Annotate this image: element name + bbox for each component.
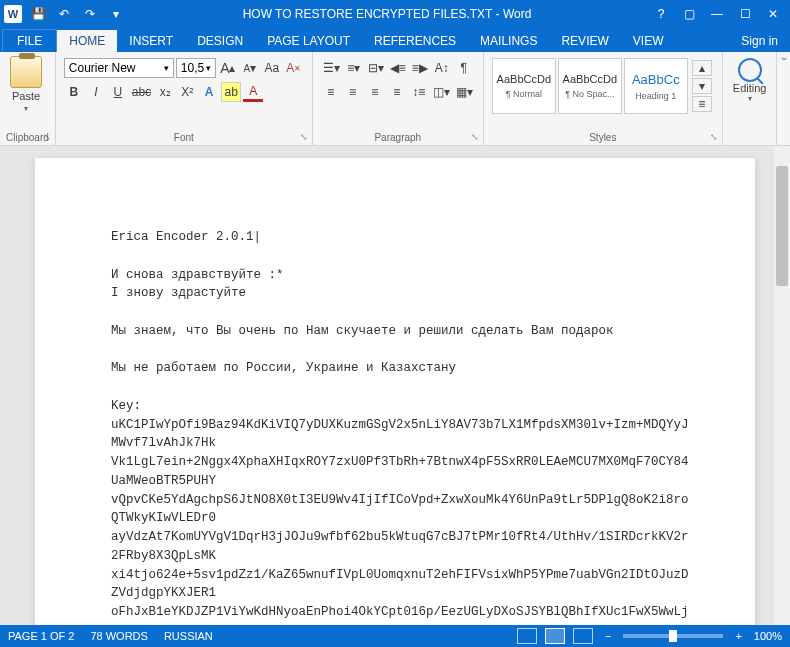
align-center-button[interactable]: ≡ xyxy=(343,82,363,102)
qat-customize-icon[interactable]: ▾ xyxy=(106,4,126,24)
word-count[interactable]: 78 WORDS xyxy=(90,630,147,642)
italic-button[interactable]: I xyxy=(86,82,106,102)
align-right-button[interactable]: ≡ xyxy=(365,82,385,102)
file-tab[interactable]: FILE xyxy=(2,29,57,52)
style-name: Heading 1 xyxy=(635,91,676,101)
tab-references[interactable]: REFERENCES xyxy=(362,30,468,52)
document-page[interactable]: Erica Encoder 2.0.1| И снова здравствуйт… xyxy=(35,158,755,625)
save-icon[interactable]: 💾 xyxy=(28,4,48,24)
styles-row-up-icon[interactable]: ▴ xyxy=(692,60,712,76)
tab-home[interactable]: HOME xyxy=(57,30,117,52)
superscript-button[interactable]: X² xyxy=(177,82,197,102)
line-spacing-button[interactable]: ↕≡ xyxy=(409,82,429,102)
text-effects-button[interactable]: A xyxy=(199,82,219,102)
font-name-select[interactable]: Courier New▾ xyxy=(64,58,174,78)
document-area[interactable]: Erica Encoder 2.0.1| И снова здравствуйт… xyxy=(0,146,790,625)
change-case-button[interactable]: Aa xyxy=(262,58,282,78)
decrease-indent-button[interactable]: ◀≡ xyxy=(388,58,408,78)
numbering-button[interactable]: ≡▾ xyxy=(344,58,364,78)
tab-mailings[interactable]: MAILINGS xyxy=(468,30,549,52)
zoom-thumb[interactable] xyxy=(669,630,677,642)
find-icon xyxy=(738,58,762,82)
read-mode-button[interactable] xyxy=(517,628,537,644)
word-app-icon: W xyxy=(4,5,22,23)
maximize-icon[interactable]: ☐ xyxy=(732,4,758,24)
vertical-scrollbar[interactable] xyxy=(774,146,790,625)
editing-button[interactable]: Editing ▾ xyxy=(729,54,771,107)
font-launcher-icon[interactable]: ⤡ xyxy=(298,131,310,143)
grow-font-button[interactable]: A▴ xyxy=(218,58,238,78)
style-name: ¶ Normal xyxy=(506,89,542,99)
style-name: ¶ No Spac... xyxy=(565,89,614,99)
styles-expand-icon[interactable]: ≡ xyxy=(692,96,712,112)
style-no-spacing[interactable]: AaBbCcDd ¶ No Spac... xyxy=(558,58,622,114)
zoom-slider[interactable] xyxy=(623,634,723,638)
tab-insert[interactable]: INSERT xyxy=(117,30,185,52)
strikethrough-button[interactable]: abc xyxy=(130,82,153,102)
clipboard-launcher-icon[interactable]: ⤡ xyxy=(41,131,53,143)
subscript-button[interactable]: x₂ xyxy=(155,82,175,102)
close-icon[interactable]: ✕ xyxy=(760,4,786,24)
paragraph-launcher-icon[interactable]: ⤡ xyxy=(469,131,481,143)
paragraph-group-label: Paragraph xyxy=(319,130,477,145)
statusbar: PAGE 1 OF 2 78 WORDS RUSSIAN − + 100% xyxy=(0,625,790,647)
paste-button[interactable]: Paste ▾ xyxy=(6,54,46,115)
align-left-button[interactable]: ≡ xyxy=(321,82,341,102)
font-color-button[interactable]: A xyxy=(243,82,263,102)
redo-icon[interactable]: ↷ xyxy=(80,4,100,24)
language-indicator[interactable]: RUSSIAN xyxy=(164,630,213,642)
tab-design[interactable]: DESIGN xyxy=(185,30,255,52)
tab-page-layout[interactable]: PAGE LAYOUT xyxy=(255,30,362,52)
tab-view[interactable]: VIEW xyxy=(621,30,676,52)
collapse-ribbon-icon[interactable]: ˇ xyxy=(777,52,790,145)
clear-formatting-button[interactable]: A✕ xyxy=(284,58,304,78)
font-group-label: Font xyxy=(62,130,306,145)
zoom-in-button[interactable]: + xyxy=(731,630,745,642)
borders-button[interactable]: ▦▾ xyxy=(454,82,475,102)
justify-button[interactable]: ≡ xyxy=(387,82,407,102)
group-paragraph: ☰▾ ≡▾ ⊟▾ ◀≡ ≡▶ A↕ ¶ ≡ ≡ ≡ ≡ ↕≡ ◫▾ ▦▾ xyxy=(313,52,484,145)
style-preview: AaBbCcDd xyxy=(497,73,551,85)
highlight-button[interactable]: ab xyxy=(221,82,241,102)
group-editing: Editing ▾ xyxy=(723,52,778,145)
undo-icon[interactable]: ↶ xyxy=(54,4,74,24)
styles-launcher-icon[interactable]: ⤡ xyxy=(708,131,720,143)
help-icon[interactable]: ? xyxy=(648,4,674,24)
zoom-level[interactable]: 100% xyxy=(754,630,782,642)
show-marks-button[interactable]: ¶ xyxy=(454,58,474,78)
titlebar: W 💾 ↶ ↷ ▾ HOW TO RESTORE ENCRYPTED FILES… xyxy=(0,0,790,28)
zoom-out-button[interactable]: − xyxy=(601,630,615,642)
document-body-text[interactable]: Erica Encoder 2.0.1| И снова здравствуйт… xyxy=(111,228,695,625)
multilevel-button[interactable]: ⊟▾ xyxy=(366,58,386,78)
style-normal[interactable]: AaBbCcDd ¶ Normal xyxy=(492,58,556,114)
sort-button[interactable]: A↕ xyxy=(432,58,452,78)
ribbon-options-icon[interactable]: ▢ xyxy=(676,4,702,24)
shrink-font-button[interactable]: A▾ xyxy=(240,58,260,78)
print-layout-button[interactable] xyxy=(545,628,565,644)
style-preview: AaBbCcDd xyxy=(563,73,617,85)
page-indicator[interactable]: PAGE 1 OF 2 xyxy=(8,630,74,642)
styles-group-label: Styles xyxy=(490,130,716,145)
minimize-icon[interactable]: — xyxy=(704,4,730,24)
ribbon-tabs: FILE HOME INSERT DESIGN PAGE LAYOUT REFE… xyxy=(0,28,790,52)
style-preview: AaBbCc xyxy=(632,72,680,87)
group-styles: AaBbCcDd ¶ Normal AaBbCcDd ¶ No Spac... … xyxy=(484,52,723,145)
underline-button[interactable]: U xyxy=(108,82,128,102)
shading-button[interactable]: ◫▾ xyxy=(431,82,452,102)
ribbon: Paste ▾ Clipboard ⤡ Courier New▾ 10,5▾ A… xyxy=(0,52,790,146)
window-title: HOW TO RESTORE ENCRYPTED FILES.TXT - Wor… xyxy=(126,7,648,21)
bold-button[interactable]: B xyxy=(64,82,84,102)
tab-review[interactable]: REVIEW xyxy=(549,30,620,52)
sign-in-link[interactable]: Sign in xyxy=(729,30,790,52)
style-heading1[interactable]: AaBbCc Heading 1 xyxy=(624,58,688,114)
increase-indent-button[interactable]: ≡▶ xyxy=(410,58,430,78)
group-clipboard: Paste ▾ Clipboard ⤡ xyxy=(0,52,56,145)
clipboard-icon xyxy=(10,56,42,88)
web-layout-button[interactable] xyxy=(573,628,593,644)
scrollbar-thumb[interactable] xyxy=(776,166,788,286)
paste-label: Paste xyxy=(12,90,40,102)
editing-group-label xyxy=(729,141,771,145)
styles-row-down-icon[interactable]: ▾ xyxy=(692,78,712,94)
font-size-select[interactable]: 10,5▾ xyxy=(176,58,216,78)
bullets-button[interactable]: ☰▾ xyxy=(321,58,342,78)
